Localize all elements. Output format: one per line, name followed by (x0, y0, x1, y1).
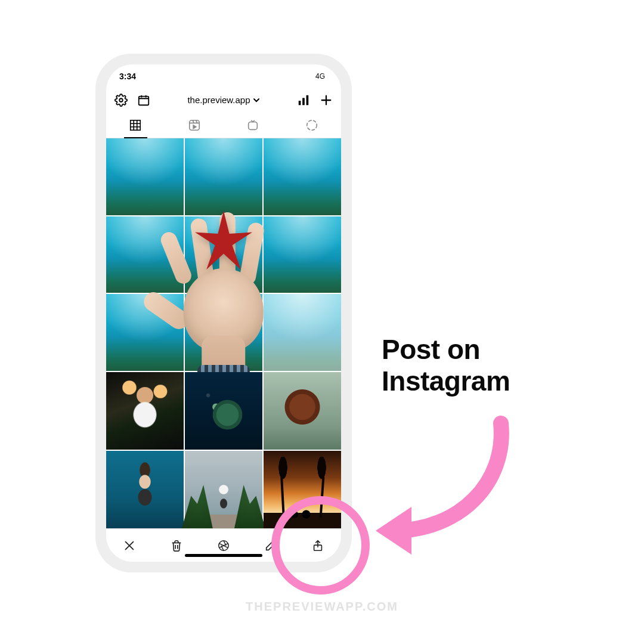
svg-rect-14 (249, 122, 258, 129)
cellular-label: 4G (315, 72, 325, 80)
grid-tile[interactable] (185, 216, 262, 293)
grid-tile[interactable] (106, 216, 184, 293)
svg-rect-11 (306, 95, 309, 105)
svg-rect-10 (302, 98, 305, 105)
calendar-icon[interactable] (137, 94, 150, 107)
grid-tile[interactable] (264, 294, 341, 371)
svg-rect-12 (131, 120, 141, 130)
trash-icon[interactable] (170, 539, 183, 552)
svg-rect-8 (139, 96, 149, 105)
svg-rect-9 (299, 100, 301, 104)
status-bar: 3:34 4G (106, 64, 341, 88)
hero-split-image (106, 138, 341, 371)
status-time: 3:34 (119, 72, 136, 81)
grid-tile[interactable] (264, 138, 341, 215)
feed-grid (106, 138, 341, 528)
annotation-arrow (364, 405, 519, 561)
grid-tile[interactable] (106, 138, 184, 215)
svg-rect-13 (190, 120, 200, 130)
grid-tile[interactable] (185, 372, 262, 450)
grid-tile[interactable] (106, 451, 184, 528)
analytics-icon[interactable] (297, 94, 310, 107)
account-label: the.preview.app (187, 95, 250, 105)
app-header: the.preview.app (106, 88, 341, 112)
grid-tile[interactable] (106, 372, 184, 450)
grid-tile[interactable] (185, 451, 262, 528)
annotation-line2: Instagram (382, 366, 510, 397)
grid-tile[interactable] (264, 216, 341, 293)
phone-screen: 3:34 4G the.previ (106, 64, 341, 562)
grid-tile[interactable] (185, 138, 262, 215)
close-icon[interactable] (123, 539, 136, 552)
shutter-icon[interactable] (217, 539, 230, 552)
phone-mockup: 3:34 4G the.previ (95, 54, 352, 572)
gear-icon[interactable] (114, 94, 128, 107)
status-right: 4G (312, 72, 328, 80)
svg-point-7 (119, 98, 123, 102)
account-switcher[interactable]: the.preview.app (187, 95, 259, 105)
highlight-circle (271, 496, 370, 595)
grid-tile[interactable] (106, 294, 184, 371)
tab-igtv[interactable] (224, 112, 283, 138)
home-indicator (185, 554, 262, 557)
grid-tile[interactable] (185, 294, 262, 371)
annotation: Post on Instagram (382, 334, 596, 397)
tab-reels[interactable] (165, 112, 224, 138)
chevron-down-icon (253, 97, 260, 104)
annotation-line1: Post on (382, 334, 480, 365)
tab-grid[interactable] (106, 112, 165, 138)
grid-tile[interactable] (264, 372, 341, 450)
svg-point-15 (307, 120, 317, 130)
tab-stories[interactable] (283, 112, 342, 138)
content-tabs (106, 112, 341, 138)
watermark: THEPREVIEWAPP.COM (0, 600, 644, 614)
plus-icon[interactable] (320, 94, 333, 107)
